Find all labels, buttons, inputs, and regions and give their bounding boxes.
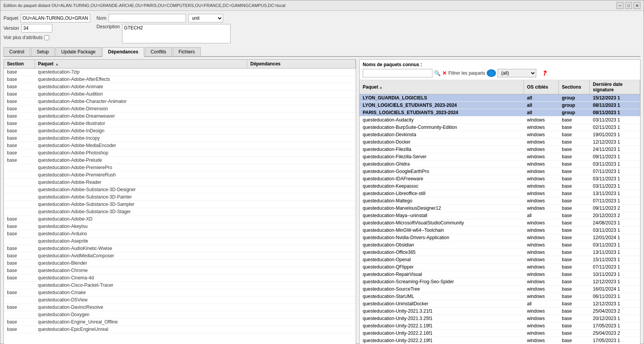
- table-row[interactable]: base questeducation-Adobe-XD: [4, 216, 356, 223]
- list-item[interactable]: questeducation-Unity-2021.3.25f1 windows…: [360, 315, 640, 322]
- list-item[interactable]: questeducation-BurpSuite-Community-Editi…: [360, 124, 640, 131]
- list-item[interactable]: questeducation-RepairVisual windows base…: [360, 271, 640, 278]
- voir-plus-checkbox[interactable]: [44, 35, 49, 40]
- table-row[interactable]: base questeducation-EpicEngineUnreal: [4, 326, 356, 333]
- list-item[interactable]: questeducation-Obsidian windows base 03/…: [360, 241, 640, 249]
- clear-search-icon[interactable]: ✕: [442, 70, 447, 76]
- list-item[interactable]: questeducation-Audacity windows base 03/…: [360, 116, 640, 124]
- table-row[interactable]: base questeducation-Adobe-Dreamweaver: [4, 113, 356, 120]
- table-row[interactable]: base questeducation-Cinema-4d: [4, 274, 356, 282]
- filter-select[interactable]: (all) windows linux mac: [498, 69, 536, 77]
- table-row[interactable]: questeducation-Adobe-Substance-3D-Stager: [4, 208, 356, 216]
- table-row[interactable]: questeducation-Adobe-PremierePro: [4, 164, 356, 171]
- table-row[interactable]: base questeducation-Arduino: [4, 230, 356, 238]
- table-row[interactable]: questeducation-DSView: [4, 296, 356, 304]
- version-input[interactable]: [21, 24, 52, 33]
- description-textarea[interactable]: GTECH2: [122, 24, 231, 43]
- section-cell: base: [4, 318, 35, 325]
- list-item[interactable]: questeducation-QFlipper windows base 07/…: [360, 264, 640, 271]
- list-item[interactable]: questeducation-MarvelousDesigner12 windo…: [360, 205, 640, 212]
- table-row[interactable]: base questeducation-Cmake: [4, 289, 356, 296]
- tab-control[interactable]: Control: [3, 47, 30, 56]
- list-item[interactable]: LYON_LOGICIELS_ETUDIANTS_2023-2024 all g…: [360, 102, 640, 109]
- pkg-section-cell: base: [559, 124, 590, 131]
- list-item[interactable]: questeducation-MicrosoftVisualStudioComm…: [360, 219, 640, 227]
- list-item[interactable]: questeducation-Unity-2022.1.19f1 windows…: [360, 322, 640, 330]
- pkg-section-cell: base: [559, 278, 590, 285]
- table-row[interactable]: base questeducation-Adobe-AfterEffects: [4, 76, 356, 83]
- table-row[interactable]: base questeducation-AudioKinetic-Wwise: [4, 245, 356, 252]
- list-item[interactable]: questeducation-StarUML windows base 06/1…: [360, 293, 640, 300]
- list-item[interactable]: questeducation-Maya--uninstall all base …: [360, 212, 640, 219]
- list-item[interactable]: questeducation-Screaming-Frog-Seo-Spider…: [360, 278, 640, 286]
- list-item[interactable]: questeducation-GoogleEarthPro windows ba…: [360, 168, 640, 175]
- paquet-input[interactable]: [21, 14, 90, 22]
- table-row[interactable]: questeducation-Adobe-Reader: [4, 179, 356, 186]
- nom-input[interactable]: [108, 14, 186, 22]
- tab-update-package[interactable]: Update Package: [55, 47, 102, 56]
- table-row[interactable]: base questeducation-Adobe-MediaEncoder: [4, 142, 356, 149]
- pkg-date-cell: 12/01/2024 1: [590, 234, 640, 241]
- tab-conflits[interactable]: Conflits: [145, 47, 172, 56]
- packages-table[interactable]: Paquet ▲ OS ciblés Sections Dernière dat…: [360, 80, 640, 344]
- table-row[interactable]: questeducation-Aseprite: [4, 238, 356, 245]
- left-panel-body[interactable]: base questeducation-7zip base questeduca…: [4, 68, 356, 344]
- pkg-os-cell: windows: [524, 249, 559, 256]
- close-button[interactable]: ✕: [634, 2, 641, 9]
- table-row[interactable]: base questeducation-AvidMediaComposer: [4, 252, 356, 260]
- list-item[interactable]: questeducation-Docker windows base 12/12…: [360, 139, 640, 146]
- tab-setup[interactable]: Setup: [31, 47, 55, 56]
- tab-dependances[interactable]: Dépendances: [102, 47, 144, 57]
- table-row[interactable]: base questeducation-Adobe-Illustrator: [4, 120, 356, 127]
- list-item[interactable]: questeducation-Unity-2022.2.19f1 windows…: [360, 337, 640, 344]
- nom-select[interactable]: unit: [188, 14, 223, 22]
- list-item[interactable]: questeducation-Maltego windows base 07/1…: [360, 197, 640, 205]
- list-item[interactable]: questeducation-Filezilla-Server windows …: [360, 153, 640, 161]
- table-row[interactable]: base questeducation-7zip: [4, 68, 356, 76]
- list-item[interactable]: LYON_GUARDIA_LOGICIELS all group 15/12/2…: [360, 94, 640, 102]
- pkg-name-cell: questeducation-Unity-2022.2.19f1: [360, 337, 524, 344]
- list-item[interactable]: questeducation-IDAFreeware windows base …: [360, 175, 640, 183]
- table-row[interactable]: questeducation-Adobe-Substance-3D-Design…: [4, 186, 356, 193]
- table-row[interactable]: base questeducation-Engine_Unreal_Offlin…: [4, 318, 356, 326]
- pkg-section-cell: base: [559, 190, 590, 197]
- list-item[interactable]: questeducation-Office365 windows base 13…: [360, 249, 640, 256]
- packages-search-input[interactable]: [363, 69, 432, 77]
- table-row[interactable]: base questeducation-Adobe-InDesign: [4, 127, 356, 135]
- list-item[interactable]: questeducation-Keepassxc windows base 03…: [360, 183, 640, 190]
- pkg-os-cell: windows: [524, 168, 559, 175]
- table-row[interactable]: questeducation-Cisco-Packet-Tracer: [4, 282, 356, 289]
- list-item[interactable]: questeducation-Openal windows base 15/11…: [360, 256, 640, 264]
- table-row[interactable]: base questeducation-Chrome: [4, 267, 356, 274]
- list-item[interactable]: questeducation-Ghidra windows base 03/11…: [360, 161, 640, 168]
- list-item[interactable]: questeducation-Unity-2022.2.16f1 windows…: [360, 330, 640, 337]
- pkg-section-cell: base: [559, 219, 590, 226]
- table-row[interactable]: base questeducation-Blender: [4, 260, 356, 267]
- table-row[interactable]: base questeducation-Adobe-Incopy: [4, 135, 356, 142]
- list-item[interactable]: questeducation-UninstallDocker all base …: [360, 300, 640, 308]
- table-row[interactable]: base questeducation-Adobe-Dimension: [4, 105, 356, 113]
- table-row[interactable]: base questeducation-Adobe-Photoshop: [4, 149, 356, 157]
- table-row[interactable]: questeducation-Adobe-Substance-3D-Painte…: [4, 193, 356, 201]
- table-row[interactable]: base questeducation-Adobe-Prelude: [4, 157, 356, 164]
- table-row[interactable]: base questeducation-Adobe-Character-Anim…: [4, 98, 356, 105]
- list-item[interactable]: questeducation-Filezilla windows base 24…: [360, 146, 640, 153]
- list-item[interactable]: questeducation-Devkinsta windows base 19…: [360, 131, 640, 139]
- table-row[interactable]: base questeducation-Adobe-Animate: [4, 83, 356, 91]
- table-row[interactable]: base questeducation-DavinciResolve: [4, 304, 356, 311]
- search-icon[interactable]: 🔍: [434, 70, 441, 76]
- list-item[interactable]: questeducation-Nvidia-Drivers-Applicatio…: [360, 234, 640, 241]
- minimize-button[interactable]: ─: [616, 2, 623, 9]
- tab-fichiers[interactable]: Fichiers: [173, 47, 201, 56]
- table-row[interactable]: questeducation-Adobe-Substance-3D-Sample…: [4, 201, 356, 208]
- table-row[interactable]: questeducation-Adobe-PremiereRush: [4, 171, 356, 179]
- list-item[interactable]: questeducation-Libreoffice-still windows…: [360, 190, 640, 197]
- list-item[interactable]: questeducation-Unity-2021.3.21f1 windows…: [360, 308, 640, 315]
- list-item[interactable]: questeducation-SourceTree windows base 1…: [360, 286, 640, 293]
- table-row[interactable]: questeducation-Doxygen: [4, 311, 356, 318]
- list-item[interactable]: PARIS_LOGICIELS_ETUDIANTS_2023-2024 all …: [360, 109, 640, 116]
- table-row[interactable]: base questeducation-Akeytsu: [4, 223, 356, 230]
- list-item[interactable]: questeducation-MinGW-w64--Toolchain wind…: [360, 227, 640, 234]
- maximize-button[interactable]: □: [625, 2, 632, 9]
- table-row[interactable]: base questeducation-Adobe-Audition: [4, 91, 356, 98]
